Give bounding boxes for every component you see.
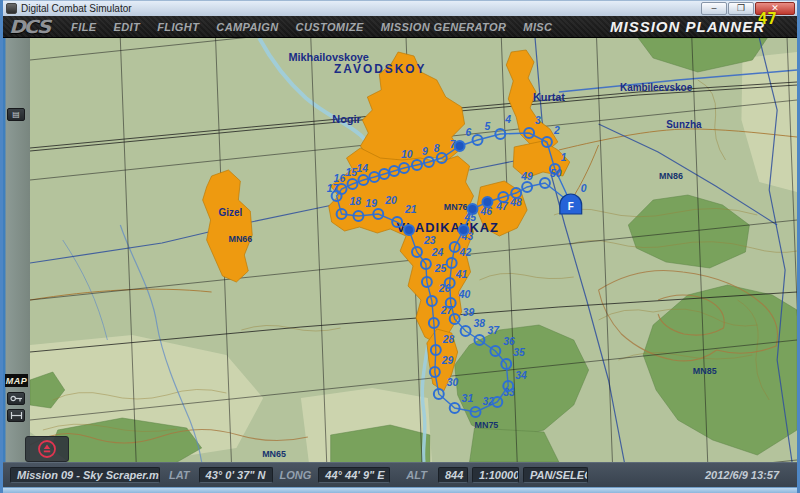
exit-planner-button[interactable] — [25, 436, 69, 462]
waypoint-label-5: 5 — [484, 121, 490, 132]
map-scale: 1:100000 — [472, 467, 519, 483]
menubar: DCS FILEEDITFLIGHTCAMPAIGNCUSTOMIZEMISSI… — [3, 16, 797, 38]
window-bottom-border — [3, 487, 797, 493]
waypoint-label-42: 42 — [459, 247, 472, 258]
waypoint-6[interactable] — [455, 141, 465, 151]
waypoint-label-15: 15 — [346, 167, 358, 178]
app-window: Digital Combat Simulator – ❐ ✕ DCS FILEE… — [0, 0, 800, 493]
waypoint-label-17: 17 — [327, 183, 340, 194]
maximize-button[interactable]: ❐ — [728, 2, 754, 15]
waypoint-label-19: 19 — [365, 198, 377, 209]
waypoint-label-41: 41 — [455, 269, 468, 280]
grid-square-label: MN86 — [659, 171, 683, 181]
waypoint-label-9: 9 — [422, 146, 428, 157]
measure-button[interactable] — [7, 409, 25, 422]
lat-value: 43° 0' 37" N — [199, 467, 273, 483]
waypoint-label-20: 20 — [384, 195, 397, 206]
lat-label: LAT — [169, 469, 190, 481]
waypoint-label-4: 4 — [504, 114, 511, 125]
grid-square-label: MN66 — [228, 234, 252, 244]
menu-item-misc[interactable]: MISC — [523, 21, 552, 33]
waypoint-label-8: 8 — [434, 143, 440, 154]
waypoint-label-3: 3 — [535, 115, 541, 126]
menu-item-edit[interactable]: EDIT — [114, 21, 141, 33]
menu-item-customize[interactable]: CUSTOMIZE — [296, 21, 364, 33]
minimize-button[interactable]: – — [701, 2, 727, 15]
statusbar: Mission 09 - Sky Scraper.miz LAT 43° 0' … — [3, 462, 797, 487]
grid-square-label: MN65 — [262, 449, 286, 459]
menu-item-flight[interactable]: FLIGHT — [157, 21, 199, 33]
waypoint-label-14: 14 — [356, 163, 368, 174]
long-label: LONG — [280, 469, 312, 481]
mission-filename: Mission 09 - Sky Scraper.miz — [10, 467, 160, 483]
alt-value: 844 — [438, 467, 468, 483]
town-label: Kurtat — [533, 91, 565, 103]
waypoint-label-37: 37 — [487, 325, 500, 336]
town-label: Nogir — [332, 113, 361, 125]
toolbar-sidebar: ▤ MAP — [3, 38, 30, 462]
waypoint-label-18: 18 — [350, 196, 362, 207]
waypoint-label-35: 35 — [513, 347, 525, 358]
menu-item-file[interactable]: FILE — [71, 21, 96, 33]
waypoint-label-6: 6 — [466, 127, 472, 138]
app-icon — [6, 3, 17, 14]
waypoint-label-21: 21 — [404, 204, 417, 215]
fps-counter: 47 — [758, 9, 777, 28]
town-label: Gizel — [219, 207, 243, 218]
waypoint-x[interactable] — [459, 225, 469, 235]
document-icon: ▤ — [12, 110, 20, 119]
waypoint-label-34: 34 — [515, 370, 527, 381]
waypoint-label-29: 29 — [441, 355, 454, 366]
town-label: Kambileevskoe — [620, 82, 693, 93]
waypoint-label-48: 48 — [509, 197, 522, 208]
waypoint-label-0: 0 — [581, 183, 587, 194]
waypoint-label-31: 31 — [462, 393, 474, 404]
menu-item-campaign[interactable]: CAMPAIGN — [216, 21, 278, 33]
waypoint-label-30: 30 — [447, 377, 459, 388]
grid-square-label: MN76 — [444, 202, 468, 212]
waypoint-label-46: 46 — [479, 206, 492, 217]
waypoint-label-36: 36 — [503, 336, 515, 347]
briefing-button[interactable]: ▤ — [7, 108, 25, 121]
waypoint-label-49: 49 — [520, 171, 533, 182]
window-controls: – ❐ ✕ — [701, 2, 797, 15]
alt-label: ALT — [406, 469, 427, 481]
waypoint-label-50: 50 — [550, 168, 562, 179]
town-label: Sunzha — [666, 119, 702, 130]
waypoint-label-10: 10 — [401, 149, 413, 160]
menu-items: FILEEDITFLIGHTCAMPAIGNCUSTOMIZEMISSION G… — [71, 21, 569, 33]
waypoint-label-45: 45 — [464, 212, 477, 223]
cursor-mode: PAN/SELECT — [523, 467, 588, 483]
ruler-icon — [10, 411, 23, 420]
waypoint-label-40: 40 — [458, 289, 471, 300]
waypoint-label-23: 23 — [423, 235, 436, 246]
grid-square-label: MN75 — [475, 420, 499, 430]
map-mode-label: MAP — [5, 374, 28, 387]
map-key-button[interactable] — [7, 392, 25, 405]
town-label: ZAVODSKOY — [334, 62, 426, 76]
waypoint-label-2: 2 — [553, 125, 560, 136]
key-icon — [10, 394, 23, 403]
eject-icon — [37, 439, 57, 459]
mission-map[interactable]: MikhailovskoyeZAVODSKOYNogirKurtatKambil… — [30, 38, 797, 462]
waypoint-label-25: 25 — [434, 263, 447, 274]
dcs-logo: DCS — [9, 16, 49, 38]
map-canvas[interactable]: MikhailovskoyeZAVODSKOYNogirKurtatKambil… — [30, 38, 797, 462]
waypoint-label-24: 24 — [431, 247, 444, 258]
grid-square-label: MN85 — [693, 366, 717, 376]
waypoint-label-38: 38 — [474, 318, 486, 329]
menu-item-mission-generator[interactable]: MISSION GENERATOR — [381, 21, 507, 33]
titlebar[interactable]: Digital Combat Simulator – ❐ ✕ — [3, 0, 797, 16]
mission-datetime: 2012/6/9 13:57 — [705, 469, 779, 481]
waypoint-label-28: 28 — [442, 334, 455, 345]
waypoint-label-47: 47 — [495, 201, 509, 212]
long-value: 44° 44' 9" E — [318, 467, 390, 483]
waypoint-label-1: 1 — [561, 152, 567, 163]
main-area: ▤ MAP MikhailovskoyeZAVODSKOYNogirKurtat — [3, 38, 797, 462]
waypoint-label-39: 39 — [463, 307, 475, 318]
window-title: Digital Combat Simulator — [21, 3, 132, 14]
airfield-label: F — [568, 201, 574, 212]
waypoint-x[interactable] — [404, 225, 414, 235]
